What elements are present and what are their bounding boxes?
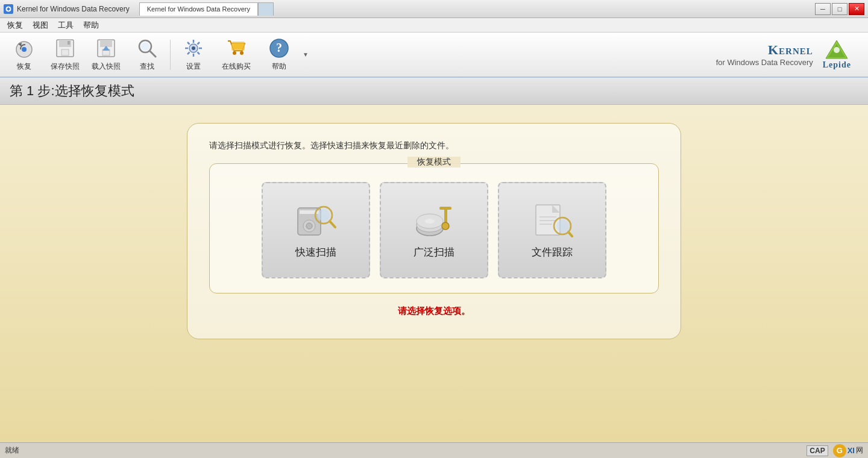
svg-line-39 xyxy=(330,221,335,227)
svg-point-47 xyxy=(425,219,435,224)
settings-label: 设置 xyxy=(186,61,201,72)
inactive-tab[interactable] xyxy=(258,2,274,16)
svg-point-13 xyxy=(141,42,149,51)
lepide-text: Lepide xyxy=(823,60,851,70)
toolbar-help-button[interactable]: ? 帮助 xyxy=(260,36,298,74)
settings-icon xyxy=(183,37,204,59)
menu-restore[interactable]: 恢复 xyxy=(2,19,28,32)
status-bar: 就绪 CAP G XI 网 xyxy=(0,442,868,458)
gxi-net: 网 xyxy=(856,445,863,456)
menu-tools[interactable]: 工具 xyxy=(53,19,78,32)
toolbar-restore-button[interactable]: 恢复 xyxy=(5,36,43,74)
status-right: CAP G XI 网 xyxy=(807,444,863,457)
svg-rect-7 xyxy=(68,41,70,45)
error-message: 请选择恢复选项。 xyxy=(398,306,470,317)
restore-icon xyxy=(13,37,35,59)
step-header: 第 1 步:选择恢复模式 xyxy=(0,78,868,105)
app-icon xyxy=(4,4,13,14)
svg-point-32 xyxy=(834,47,840,53)
load-snapshot-label: 载入快照 xyxy=(92,61,121,72)
svg-line-14 xyxy=(150,51,156,57)
extensive-scan-label: 广泛扫描 xyxy=(414,245,454,259)
svg-point-25 xyxy=(233,51,236,55)
svg-point-38 xyxy=(318,209,330,221)
title-bar-tabs: Kernel for Windows Data Recovery xyxy=(139,2,274,16)
title-bar: Kernel for Windows Data Recovery Kernel … xyxy=(0,0,868,18)
kernel-logo-title: Kernel xyxy=(716,42,813,58)
active-tab[interactable]: Kernel for Windows Data Recovery xyxy=(139,2,258,16)
search-label: 查找 xyxy=(140,61,154,72)
mode-group-legend: 恢复模式 xyxy=(407,157,461,168)
svg-point-26 xyxy=(240,51,244,55)
step-title: 第 1 步:选择恢复模式 xyxy=(10,82,134,100)
lepide-logo: Lepide xyxy=(823,39,851,70)
toolbar-settings-button[interactable]: 设置 xyxy=(174,36,213,74)
cart-icon xyxy=(225,37,247,59)
toolbar-more-button[interactable]: ▼ xyxy=(301,36,310,74)
toolbar-save-snapshot-button[interactable]: 保存快照 xyxy=(46,36,84,74)
close-button[interactable]: ✕ xyxy=(849,3,864,15)
svg-line-22 xyxy=(198,52,200,55)
restore-button[interactable]: □ xyxy=(832,3,848,15)
quick-scan-label: 快速扫描 xyxy=(295,245,336,259)
lepide-icon xyxy=(825,39,849,60)
svg-line-23 xyxy=(198,42,200,45)
buy-online-label: 在线购买 xyxy=(222,61,251,72)
kernel-logo: Kernel for Windows Data Recovery xyxy=(716,42,813,67)
menu-bar: 恢复 视图 工具 帮助 xyxy=(0,18,868,33)
svg-point-16 xyxy=(192,46,195,50)
panel-description: 请选择扫描模式进行恢复。选择快速扫描来恢复最近删除的文件。 xyxy=(209,140,454,151)
extensive-scan-card[interactable]: 广泛扫描 xyxy=(380,182,488,278)
toolbar-search-button[interactable]: 查找 xyxy=(128,36,166,74)
extensive-scan-icon xyxy=(413,202,455,238)
status-text: 就绪 xyxy=(5,445,19,456)
toolbar-load-snapshot-button[interactable]: 载入快照 xyxy=(87,36,125,74)
svg-point-36 xyxy=(306,223,312,229)
gxi-g-icon: G xyxy=(833,444,846,457)
help-icon: ? xyxy=(268,37,290,59)
toolbar-divider xyxy=(170,40,171,70)
svg-text:?: ? xyxy=(276,41,282,54)
svg-line-55 xyxy=(568,232,572,236)
svg-line-21 xyxy=(187,42,190,45)
load-snapshot-icon xyxy=(95,37,117,59)
main-content: 请选择扫描模式进行恢复。选择快速扫描来恢复最近删除的文件。 恢复模式 xyxy=(0,105,868,442)
title-bar-left: Kernel for Windows Data Recovery Kernel … xyxy=(4,2,274,16)
cap-indicator: CAP xyxy=(807,445,828,456)
svg-rect-45 xyxy=(439,207,451,210)
svg-rect-6 xyxy=(61,49,69,55)
minimize-button[interactable]: ─ xyxy=(815,3,831,15)
menu-help[interactable]: 帮助 xyxy=(78,19,104,32)
mode-cards: 快速扫描 xyxy=(224,182,644,278)
help-label: 帮助 xyxy=(272,61,286,72)
menu-view[interactable]: 视图 xyxy=(28,19,53,32)
file-trace-label: 文件跟踪 xyxy=(532,245,573,259)
mode-group: 恢复模式 xyxy=(209,163,659,293)
toolbar: 恢复 保存快照 载入快照 xyxy=(0,33,868,78)
svg-point-3 xyxy=(22,47,27,52)
kernel-logo-subtitle: for Windows Data Recovery xyxy=(716,58,813,67)
search-icon xyxy=(136,37,158,59)
window-title: Kernel for Windows Data Recovery xyxy=(17,5,130,13)
save-snapshot-icon xyxy=(54,37,76,59)
gxi-text: XI xyxy=(848,446,855,455)
file-trace-card[interactable]: 文件跟踪 xyxy=(498,182,606,278)
svg-point-46 xyxy=(442,222,449,230)
toolbar-buy-online-button[interactable]: 在线购买 xyxy=(215,36,257,74)
recovery-panel: 请选择扫描模式进行恢复。选择快速扫描来恢复最近删除的文件。 恢复模式 xyxy=(187,123,681,339)
quick-scan-icon xyxy=(295,202,337,238)
logo-area: Kernel for Windows Data Recovery Lepide xyxy=(716,39,863,70)
window-controls: ─ □ ✕ xyxy=(815,3,864,15)
svg-point-54 xyxy=(556,220,568,232)
svg-line-24 xyxy=(187,52,190,55)
file-trace-icon xyxy=(531,202,573,238)
restore-label: 恢复 xyxy=(17,61,31,72)
quick-scan-card[interactable]: 快速扫描 xyxy=(262,182,370,278)
gxi-logo: G XI 网 xyxy=(833,444,863,457)
save-snapshot-label: 保存快照 xyxy=(51,61,80,72)
